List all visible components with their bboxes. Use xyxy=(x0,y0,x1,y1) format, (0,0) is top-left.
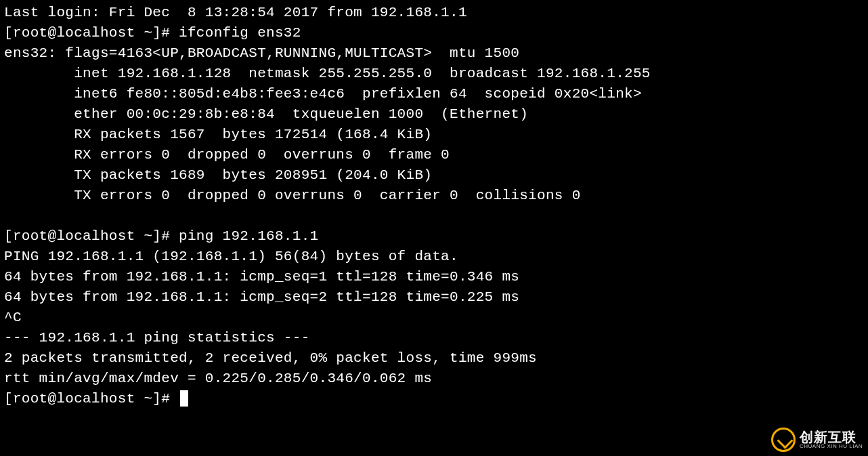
watermark-main: 创新互联 xyxy=(800,430,863,444)
terminal-line: inet6 fe80::805d:e4b8:fee3:e4c6 prefixle… xyxy=(4,86,642,102)
terminal-line: inet 192.168.1.128 netmask 255.255.255.0… xyxy=(4,66,651,81)
watermark-text: 创新互联 CHUANG XIN HU LIAN xyxy=(800,430,863,449)
terminal-line: RX errors 0 dropped 0 overruns 0 frame 0 xyxy=(4,147,450,163)
terminal-line: PING 192.168.1.1 (192.168.1.1) 56(84) by… xyxy=(4,249,458,264)
terminal-line: 64 bytes from 192.168.1.1: icmp_seq=2 tt… xyxy=(4,289,519,305)
cursor-block xyxy=(180,390,188,407)
terminal-line: rtt min/avg/max/mdev = 0.225/0.285/0.346… xyxy=(4,371,432,386)
terminal-line: ether 00:0c:29:8b:e8:84 txqueuelen 1000 … xyxy=(4,106,528,122)
terminal-line: 64 bytes from 192.168.1.1: icmp_seq=1 tt… xyxy=(4,269,519,285)
terminal-line: ens32: flags=4163<UP,BROADCAST,RUNNING,M… xyxy=(4,45,519,61)
terminal-line: TX errors 0 dropped 0 overruns 0 carrier… xyxy=(4,188,581,203)
watermark: 创新互联 CHUANG XIN HU LIAN xyxy=(771,428,863,452)
terminal-line: [root@localhost ~]# ifconfig ens32 xyxy=(4,25,301,41)
watermark-sub: CHUANG XIN HU LIAN xyxy=(800,444,863,449)
terminal-line: RX packets 1567 bytes 172514 (168.4 KiB) xyxy=(4,127,432,142)
terminal-prompt-line: [root@localhost ~]# xyxy=(4,391,179,407)
terminal-line: [root@localhost ~]# ping 192.168.1.1 xyxy=(4,228,318,244)
watermark-logo-icon xyxy=(771,428,796,452)
terminal-line: TX packets 1689 bytes 208951 (204.0 KiB) xyxy=(4,167,432,183)
terminal-line: 2 packets transmitted, 2 received, 0% pa… xyxy=(4,350,537,366)
terminal-line: --- 192.168.1.1 ping statistics --- xyxy=(4,330,310,346)
terminal-line: ^C xyxy=(4,310,22,325)
terminal-line: Last login: Fri Dec 8 13:28:54 2017 from… xyxy=(4,5,467,20)
terminal-output[interactable]: Last login: Fri Dec 8 13:28:54 2017 from… xyxy=(0,0,868,412)
